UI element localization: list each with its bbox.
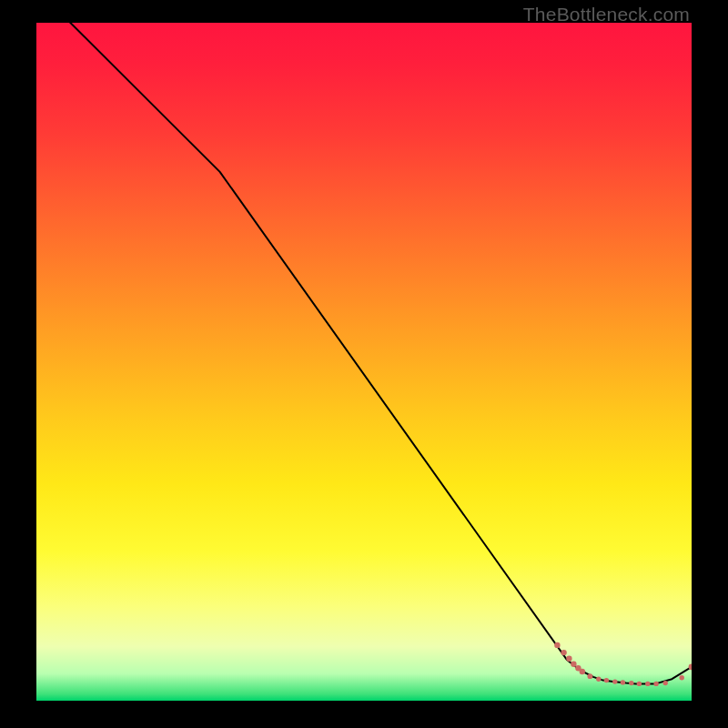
marker-dot (680, 675, 684, 680)
marker-dot (645, 682, 650, 686)
marker-dot (653, 682, 658, 686)
marker-dot (621, 680, 625, 684)
marker-dot (629, 681, 633, 685)
marker-dot (554, 642, 560, 648)
marker-dot (604, 678, 609, 682)
marker-dot (663, 681, 668, 685)
marker-dot (588, 673, 593, 679)
marker-dot (580, 669, 585, 674)
marker-dot (571, 662, 576, 667)
chart-svg (36, 23, 692, 701)
plot-area (36, 23, 692, 701)
marker-dot (612, 679, 617, 683)
chart-frame: TheBottleneck.com (0, 0, 728, 728)
curve-line (36, 23, 692, 683)
marker-dot (566, 656, 571, 662)
marker-dot (596, 677, 601, 682)
marker-dot (561, 650, 566, 655)
marker-dot (637, 682, 642, 686)
